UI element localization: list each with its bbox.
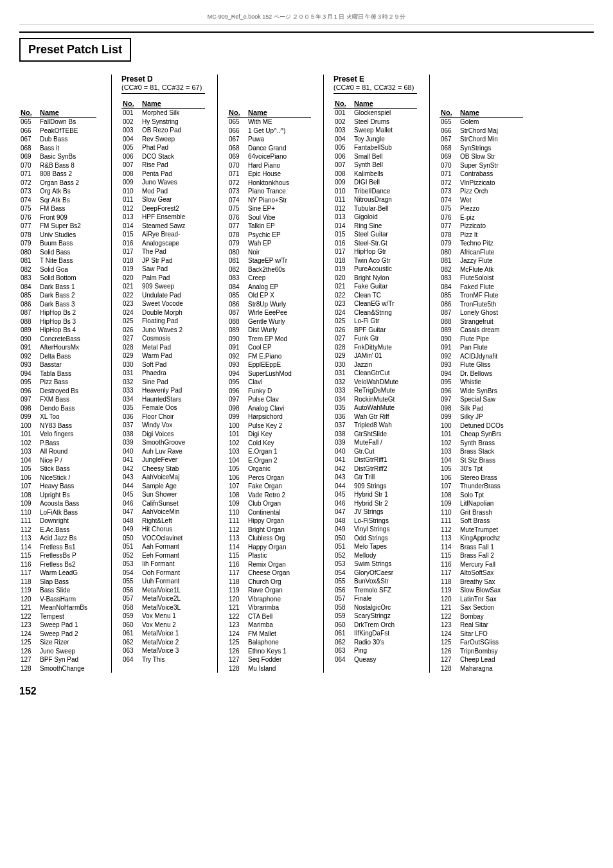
- list-item: 079Buum Bass: [19, 239, 96, 248]
- list-item: 071808 Bass 2: [19, 170, 96, 179]
- preset-d-table: No. Name 001Morphed Silk002Hy Synstring0…: [121, 99, 205, 664]
- list-item: 075Sine EP+: [227, 204, 311, 213]
- list-item: 081Jazzy Flute: [440, 256, 523, 265]
- list-item: 092Delta Bass: [19, 352, 96, 361]
- list-item: 034RockinMuteGt: [333, 395, 417, 404]
- list-item: 060DrkTrem Orch: [333, 621, 417, 630]
- list-item: 035Female Oos: [121, 403, 205, 412]
- list-item: 029Warm Pad: [121, 351, 205, 360]
- list-item: 037Tripled8 Wah: [333, 421, 417, 430]
- list-item: 029JAMin' 01: [333, 351, 417, 360]
- list-item: 119Bass Slide: [19, 586, 96, 595]
- list-item: 098Analog Clavi: [227, 404, 311, 413]
- list-item: 056Tremolo SFZ: [333, 586, 417, 595]
- list-item: 116Remix Organ: [227, 560, 311, 569]
- list-item: 104St Stz Brass: [440, 456, 523, 465]
- list-item: 112Bright Organ: [227, 526, 311, 535]
- list-item: 094Dr. Bellows: [440, 369, 523, 378]
- list-item: 039MuteFall /: [333, 438, 417, 447]
- list-item: 093Flute Gliss: [440, 360, 523, 369]
- list-item: 089HipHop Bs 4: [19, 326, 96, 335]
- list-item: 024Double Morph: [121, 308, 205, 317]
- preset-e2-section: No. Name 065Golem066StrChord Maj067StrCh…: [440, 75, 523, 673]
- list-item: 113Acid Jazz Bs: [19, 534, 96, 543]
- list-item: 109LitlNapolian: [440, 499, 523, 508]
- list-item: 127Cheep Lead: [440, 655, 523, 664]
- list-item: 111Hippy Organ: [227, 517, 311, 526]
- list-item: 023CleanEG w/Tr: [333, 299, 417, 308]
- list-item: 067Puwa: [227, 135, 311, 144]
- list-item: 043Gtr Trill: [333, 473, 417, 482]
- list-item: 087HipHop Bs 2: [19, 308, 96, 317]
- list-item: 117AltoSoftSax: [440, 569, 523, 578]
- left-table: No. Name 065FallDown Bs066PeakOfTEBE067D…: [19, 108, 96, 673]
- divider-e-mid: [429, 75, 430, 673]
- list-item: 077Talkin EP: [227, 222, 311, 231]
- list-item: 025Lo-Fi Gtr: [333, 317, 417, 326]
- list-item: 111Downright: [19, 517, 96, 526]
- left-section: No. Name 065FallDown Bs066PeakOfTEBE067D…: [19, 75, 96, 673]
- list-item: 096Funky D: [227, 387, 311, 396]
- list-item: 070Super SynStr: [440, 161, 523, 170]
- list-item: 10530's Tpt: [440, 465, 523, 474]
- list-item: 054GloryOfCaesr: [333, 569, 417, 578]
- list-item: 001Morphed Silk: [121, 109, 205, 118]
- list-item: 073Piano Trance: [227, 187, 311, 196]
- list-item: 049Hit Chorus: [121, 525, 205, 534]
- list-item: 092ACIDJdynafit: [440, 352, 523, 361]
- list-item: 126TripnBombsy: [440, 647, 523, 656]
- list-item: 009Juno Waves: [121, 178, 205, 187]
- list-item: 083FluteSoloist: [440, 274, 523, 283]
- list-item: 040Gtr.Cut: [333, 447, 417, 456]
- list-item: 002Hy Synstring: [121, 118, 205, 127]
- list-item: 046CalifnSunset: [121, 499, 205, 508]
- list-item: 06964voicePiano: [227, 152, 311, 161]
- list-item: 019Saw Pad: [121, 265, 205, 274]
- list-item: 092FM E.Piano: [227, 352, 311, 361]
- list-item: 007Synth Bell: [333, 161, 417, 170]
- list-item: 003OB Rezo Pad: [121, 126, 205, 135]
- list-item: 088Gentle Wurly: [227, 317, 311, 326]
- list-item: 010TribelIDance: [333, 187, 417, 196]
- list-item: 028FnkDittyMute: [333, 343, 417, 352]
- list-item: 006Small Bell: [333, 152, 417, 161]
- list-item: 012Tubular-Bell: [333, 204, 417, 213]
- list-item: 023Sweet Vocode: [121, 299, 205, 308]
- list-item: 016Steel-Str.Gt: [333, 239, 417, 248]
- list-item: 005Phat Pad: [121, 143, 205, 152]
- list-item: 078Pizz It: [440, 231, 523, 240]
- list-item: 057MetalVoice2L: [121, 594, 205, 603]
- list-item: 118Breathy Sax: [440, 578, 523, 587]
- list-item: 097Pulse Clav: [227, 395, 311, 404]
- list-item: 094SuperLushMod: [227, 369, 311, 378]
- list-item: 051Aah Formant: [121, 542, 205, 551]
- list-item: 062MetalVoice 2: [121, 638, 205, 647]
- list-item: 027Cosmosis: [121, 334, 205, 343]
- list-item: 074Wet: [440, 196, 523, 205]
- list-item: 015AiRye Bread-: [121, 230, 205, 239]
- list-item: 087Lonely Ghost: [440, 308, 523, 317]
- list-item: 089Dist Wurly: [227, 326, 311, 335]
- list-item: 032VeloWahDMute: [333, 378, 417, 387]
- list-item: 005FantabellSub: [333, 143, 417, 152]
- list-item: 071Epic House: [227, 170, 311, 179]
- list-item: 047JV Strings: [333, 508, 417, 517]
- list-item: 109Club Organ: [227, 499, 311, 508]
- list-item: 021Fake Guitar: [333, 282, 417, 291]
- list-item: 057Finale: [333, 594, 417, 603]
- list-item: 054Ooh Formant: [121, 569, 205, 578]
- list-item: 115Plastic: [227, 551, 311, 560]
- list-item: 022Undulate Pad: [121, 291, 205, 300]
- list-item: 116Fretless Bs2: [19, 560, 96, 569]
- preset-d-header: Preset D (CC#0 = 81, CC#32 = 67): [121, 75, 205, 94]
- list-item: 112MuteTrumpet: [440, 526, 523, 535]
- list-item: 067Dub Bass: [19, 135, 96, 144]
- list-item: 103E.Organ 1: [227, 447, 311, 456]
- list-item: 108Upright Bs: [19, 491, 96, 500]
- preset-d2-table: No. Name 065With ME0661 Get Up^..^)067Pu…: [227, 108, 311, 673]
- list-item: 105Organic: [227, 465, 311, 474]
- list-item: 001Glockenspiel: [333, 109, 417, 118]
- list-item: 102Synth Brass: [440, 439, 523, 448]
- list-item: 080Noir: [227, 248, 311, 257]
- list-item: 068Dance Grand: [227, 144, 311, 153]
